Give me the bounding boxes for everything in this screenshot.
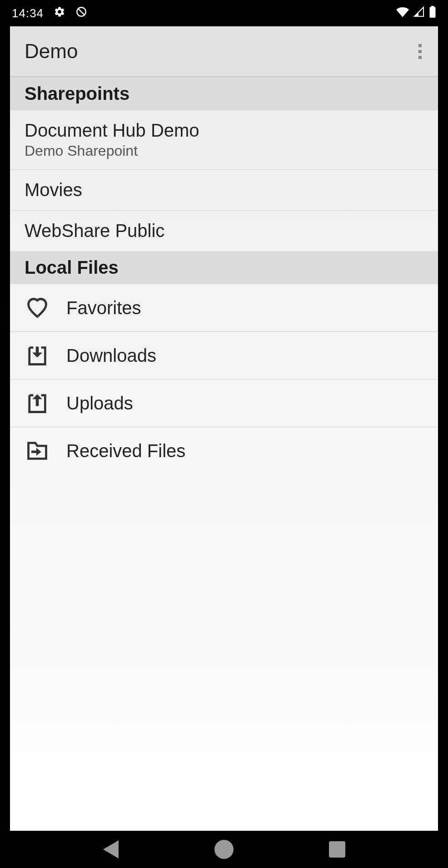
app-container: Demo Sharepoints Document Hub Demo Demo … <box>10 26 438 831</box>
sharepoint-item-document-hub[interactable]: Document Hub Demo Demo Sharepoint <box>10 110 438 170</box>
local-item-received[interactable]: Received Files <box>10 427 438 474</box>
settings-gear-icon <box>54 6 65 21</box>
upload-icon <box>25 390 50 416</box>
section-header-local-files: Local Files <box>10 251 438 284</box>
list-item-subtitle: Demo Sharepoint <box>25 143 423 159</box>
local-item-uploads[interactable]: Uploads <box>10 380 438 427</box>
nav-home-button[interactable] <box>212 838 236 861</box>
list-item-label: Received Files <box>66 441 185 461</box>
cellular-icon <box>413 6 424 20</box>
sharepoint-item-movies[interactable]: Movies <box>10 170 438 211</box>
heart-icon <box>25 295 50 321</box>
sharepoint-item-webshare[interactable]: WebShare Public <box>10 211 438 251</box>
list-item-title: WebShare Public <box>25 221 423 241</box>
list-item-title: Document Hub Demo <box>25 120 423 141</box>
list-item-label: Downloads <box>66 345 156 366</box>
list-item-title: Movies <box>25 180 423 200</box>
download-icon <box>25 343 50 368</box>
section-header-sharepoints: Sharepoints <box>10 77 438 110</box>
local-item-favorites[interactable]: Favorites <box>10 284 438 332</box>
local-item-downloads[interactable]: Downloads <box>10 332 438 380</box>
nav-recent-button[interactable] <box>325 838 349 861</box>
svg-rect-2 <box>430 7 436 18</box>
app-bar: Demo <box>10 26 438 77</box>
overflow-menu-button[interactable] <box>409 40 431 62</box>
svg-rect-3 <box>431 6 434 7</box>
list-item-label: Uploads <box>66 393 133 414</box>
list-item-label: Favorites <box>66 298 141 318</box>
battery-icon <box>429 6 436 21</box>
app-title: Demo <box>25 40 78 63</box>
android-nav-bar <box>0 831 448 868</box>
nav-back-button[interactable] <box>99 838 123 861</box>
status-time: 14:34 <box>12 6 44 20</box>
wifi-icon <box>396 6 409 20</box>
status-bar: 14:34 <box>0 0 448 26</box>
svg-line-1 <box>78 8 85 15</box>
dnd-icon <box>75 6 87 21</box>
received-files-icon <box>25 438 50 464</box>
